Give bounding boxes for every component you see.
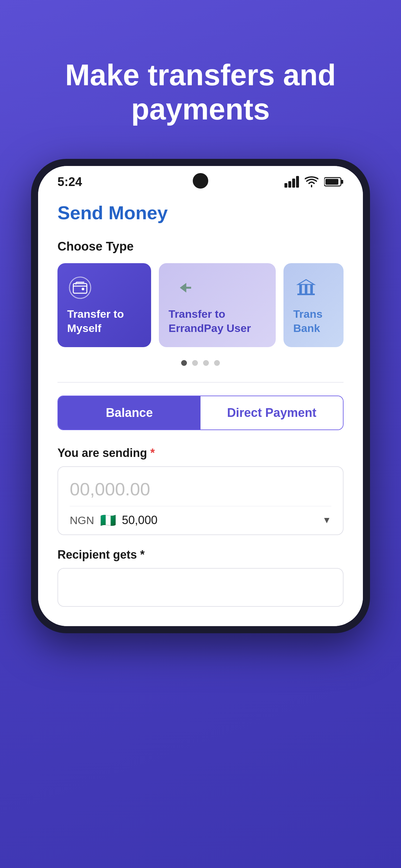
phone-content: Send Money Choose Type Tra (38, 192, 363, 626)
battery-icon (324, 176, 343, 187)
choose-type-label: Choose Type (58, 240, 343, 253)
status-icons (284, 176, 343, 188)
svg-point-3 (69, 277, 91, 299)
status-time: 5:24 (58, 175, 82, 189)
dot-1 (181, 360, 187, 366)
type-cards-row: Transfer to Myself Transfer to ErrandPay… (58, 263, 343, 347)
section-divider (58, 382, 343, 383)
tab-balance[interactable]: Balance (58, 396, 201, 430)
sending-label: You are sending * (58, 446, 343, 460)
tab-direct-payment[interactable]: Direct Payment (201, 396, 343, 430)
card-label-bank: Trans Bank (293, 307, 334, 335)
currency-code: NGN (70, 514, 94, 527)
card-label-myself: Transfer to Myself (67, 307, 142, 335)
currency-amount: 50,000 (122, 514, 317, 527)
svg-rect-9 (310, 284, 313, 293)
recipient-input-box[interactable] (58, 568, 343, 607)
svg-point-5 (82, 288, 84, 290)
wallet-icon (67, 275, 93, 301)
currency-dropdown-icon[interactable]: ▼ (322, 515, 331, 525)
currency-row: NGN 🇳🇬 50,000 ▼ (70, 506, 331, 528)
dot-4 (214, 360, 220, 366)
svg-rect-8 (305, 284, 307, 293)
svg-rect-2 (326, 179, 338, 185)
svg-rect-7 (299, 284, 302, 293)
card-transfer-myself[interactable]: Transfer to Myself (58, 263, 151, 347)
amount-input-box[interactable]: NGN 🇳🇬 50,000 ▼ (58, 466, 343, 535)
dot-2 (192, 360, 198, 366)
errandpay-icon (168, 275, 194, 301)
amount-input[interactable] (70, 478, 331, 500)
wifi-icon (305, 176, 318, 187)
bank-icon (293, 275, 319, 301)
dot-3 (203, 360, 209, 366)
svg-rect-10 (297, 293, 315, 295)
flag-icon: 🇳🇬 (100, 513, 116, 528)
svg-rect-4 (73, 283, 87, 293)
card-label-errandpay: Transfer to ErrandPay User (168, 307, 266, 335)
phone-device: 5:24 (31, 159, 370, 633)
phone-screen: 5:24 (38, 166, 363, 626)
hero-title: Make transfers and payments (0, 58, 401, 127)
card-transfer-errandpay[interactable]: Transfer to ErrandPay User (159, 263, 276, 347)
svg-marker-6 (298, 280, 314, 284)
page-title: Send Money (58, 202, 343, 223)
card-transfer-bank[interactable]: Trans Bank (283, 263, 343, 347)
carousel-dots (58, 360, 343, 366)
recipient-label: Recipient gets * (58, 548, 343, 562)
camera-notch (193, 173, 208, 189)
payment-type-toggle: Balance Direct Payment (58, 396, 343, 430)
status-bar: 5:24 (38, 166, 363, 192)
svg-rect-1 (341, 180, 343, 184)
signal-icon (284, 176, 299, 188)
